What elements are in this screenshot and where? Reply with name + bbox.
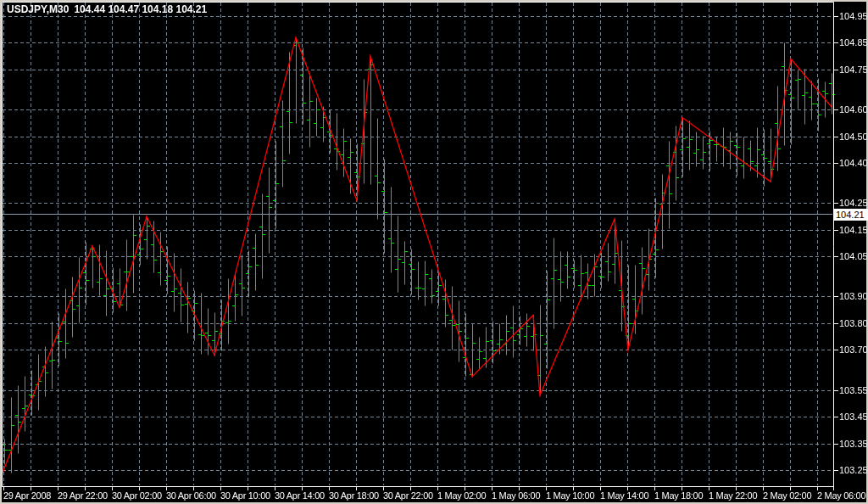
- chart-title: USDJPY,M30104.44 104.47 104.18 104.21: [7, 3, 212, 15]
- terminal-window: USDJPY,M30104.44 104.47 104.18 104.21 10…: [0, 0, 868, 504]
- symbol-period-label: USDJPY,M30: [7, 3, 69, 15]
- bid-price-tag: 104.21: [833, 209, 868, 221]
- chart-canvas[interactable]: [0, 0, 868, 504]
- ohlc-readout: 104.44 104.47 104.18 104.21: [74, 3, 207, 15]
